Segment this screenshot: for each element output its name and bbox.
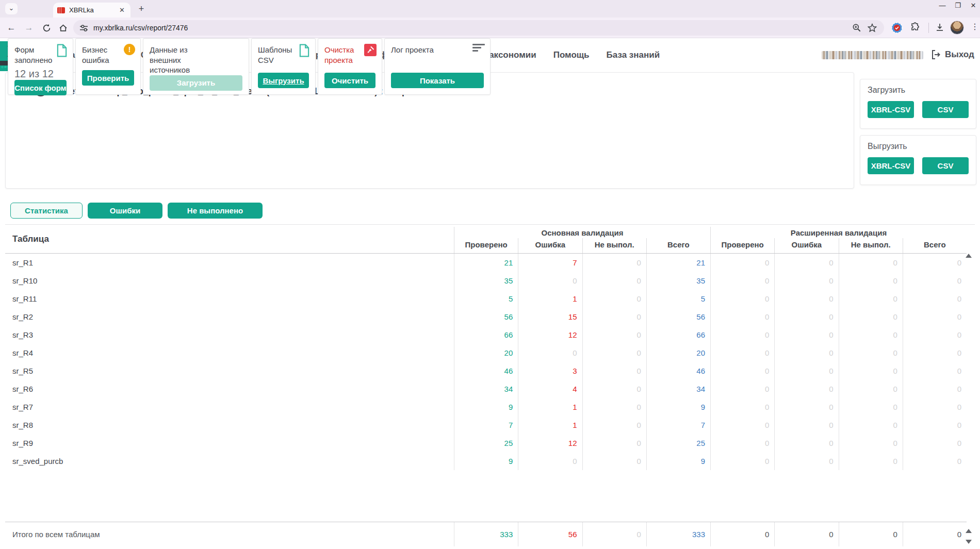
cell-value: 9 xyxy=(646,452,710,470)
scroll-up-icon[interactable] xyxy=(966,529,972,533)
tab-errors[interactable]: Ошибки xyxy=(88,203,162,219)
nav-item[interactable]: Помощь xyxy=(553,50,590,60)
cell-value: 20 xyxy=(646,344,710,362)
cell-value: 34 xyxy=(454,380,518,398)
cell-value: 0 xyxy=(582,416,646,434)
tab-search-button[interactable]: ⌄ xyxy=(5,3,18,14)
cell-value: 0 xyxy=(903,344,967,362)
browser-menu-icon[interactable]: ⋮ xyxy=(971,22,979,31)
card-external-data: Данные из внешних источников Загрузить xyxy=(143,38,249,95)
table-row: sr_R42000200000 xyxy=(5,344,967,362)
nav-item[interactable]: База знаний xyxy=(607,50,660,60)
site-controls-icon[interactable] xyxy=(79,24,88,32)
cell-value: 0 xyxy=(839,254,903,272)
cell-value: 7 xyxy=(646,416,710,434)
cell-value: 12 xyxy=(518,326,582,344)
download-xbrl-csv-button[interactable]: XBRL-CSV xyxy=(868,101,914,118)
zoom-level-icon[interactable] xyxy=(851,22,862,34)
cell-value: 0 xyxy=(903,308,967,326)
column-header: Ошибка xyxy=(774,238,838,253)
table-row: sr_R791090000 xyxy=(5,398,967,416)
cell-value: 9 xyxy=(646,398,710,416)
statistics-table: Таблица Основная валидация Расширенная в… xyxy=(5,227,967,470)
card-title: Форм заполнено xyxy=(14,45,59,65)
row-label: sr_R2 xyxy=(5,308,454,326)
row-label: sr_R6 xyxy=(5,380,454,398)
totals-table-row: Итого по всем таблицам3335603330000 xyxy=(5,522,967,546)
cell-value: 0 xyxy=(710,434,774,452)
nav-item[interactable]: Таксономии xyxy=(484,50,536,60)
cell-value: 0 xyxy=(582,398,646,416)
cell-value: 20 xyxy=(454,344,518,362)
table-header: Таблица Основная валидация Расширенная в… xyxy=(5,227,967,254)
cell-value: 0 xyxy=(710,380,774,398)
url-bar[interactable]: my.xbrlka.ru/csv/report/27476 xyxy=(73,20,884,36)
column-header: Проверено xyxy=(710,238,774,253)
logout-button[interactable]: Выход xyxy=(932,49,974,60)
forward-icon[interactable]: → xyxy=(23,22,35,35)
cell-value: 0 xyxy=(839,434,903,452)
profile-avatar[interactable] xyxy=(950,21,964,35)
cell-value: 0 xyxy=(903,452,967,470)
load-external-button[interactable]: Загрузить xyxy=(150,75,242,91)
panel-upload: Выгрузить XBRL-CSV CSV xyxy=(860,135,976,185)
forms-list-button[interactable]: Список форм xyxy=(14,80,67,95)
window-restore-icon[interactable]: ❐ xyxy=(951,2,965,9)
tab-statistics[interactable]: Статистика xyxy=(10,203,83,219)
upload-xbrl-csv-button[interactable]: XBRL-CSV xyxy=(868,157,914,174)
table-row: sr_sved_purcb90090000 xyxy=(5,452,967,470)
card-project-cleanup: Очистка проекта Очистить xyxy=(318,38,382,95)
cell-value: 0 xyxy=(710,522,774,546)
cell-value: 56 xyxy=(454,308,518,326)
log-icon xyxy=(472,44,485,53)
window-minimize-icon[interactable]: — xyxy=(936,2,949,9)
cleanup-button[interactable]: Очистить xyxy=(324,73,375,88)
group-header-extended-validation: Расширенная валидация xyxy=(710,227,967,238)
show-log-button[interactable]: Показать xyxy=(391,73,484,88)
cell-value: 0 xyxy=(903,380,967,398)
cell-value: 0 xyxy=(710,308,774,326)
cell-value: 0 xyxy=(839,452,903,470)
extensions-puzzle-icon[interactable] xyxy=(910,22,920,32)
tab-close-icon[interactable]: ✕ xyxy=(118,6,126,14)
scroll-up-icon[interactable] xyxy=(966,254,972,258)
scroll-down-icon[interactable] xyxy=(966,540,972,544)
export-templates-button[interactable]: Выгрузить xyxy=(258,73,309,88)
row-label: sr_R11 xyxy=(5,290,454,308)
back-icon[interactable]: ← xyxy=(5,22,18,35)
home-icon[interactable] xyxy=(57,22,69,35)
cell-value: 9 xyxy=(454,398,518,416)
check-button[interactable]: Проверить xyxy=(82,70,134,86)
downloads-icon[interactable] xyxy=(935,22,945,32)
cell-value: 0 xyxy=(582,452,646,470)
cell-value: 5 xyxy=(454,290,518,308)
card-business-error: Бизнес ошибка ! Проверить xyxy=(75,38,141,95)
cell-value: 1 xyxy=(518,416,582,434)
toolbar-divider xyxy=(928,23,929,33)
cell-value: 0 xyxy=(903,272,967,290)
table-row: sr_R366120660000 xyxy=(5,326,967,344)
cell-value: 25 xyxy=(646,434,710,452)
tab-not-done[interactable]: Не выполнено xyxy=(168,203,263,219)
cell-value: 0 xyxy=(903,290,967,308)
cell-value: 0 xyxy=(774,272,838,290)
row-label: sr_R4 xyxy=(5,344,454,362)
warning-icon: ! xyxy=(124,44,135,55)
reload-icon[interactable] xyxy=(40,22,53,35)
cell-value: 0 xyxy=(518,272,582,290)
window-close-icon[interactable]: ✕ xyxy=(967,2,980,9)
cell-value: 0 xyxy=(903,398,967,416)
browser-tab[interactable]: XBRLka ✕ xyxy=(53,3,130,18)
row-label: sr_R7 xyxy=(5,398,454,416)
cell-value: 0 xyxy=(839,380,903,398)
upload-csv-button[interactable]: CSV xyxy=(922,157,969,174)
new-tab-button[interactable]: + xyxy=(135,3,148,15)
bookmark-star-icon[interactable] xyxy=(867,22,878,34)
cell-value: 0 xyxy=(710,416,774,434)
adblock-extension-icon[interactable] xyxy=(891,22,903,34)
download-csv-button[interactable]: CSV xyxy=(922,101,969,118)
cell-value: 4 xyxy=(518,380,582,398)
card-title: Данные из внешних источников xyxy=(150,45,201,75)
cell-value: 0 xyxy=(774,326,838,344)
cell-value: 0 xyxy=(774,254,838,272)
